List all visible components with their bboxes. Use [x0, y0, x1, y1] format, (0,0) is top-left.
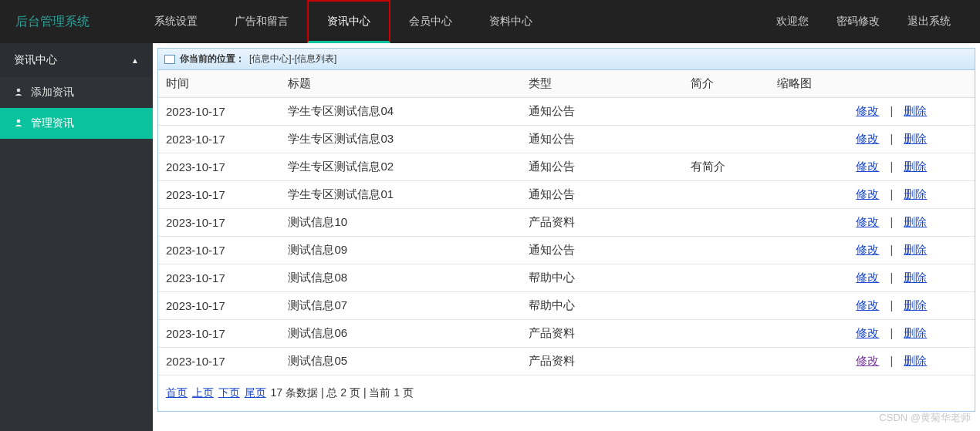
cell-type: 通知公告 [521, 153, 683, 181]
table-row: 2023-10-17测试信息10产品资料修改|删除 [158, 209, 975, 237]
cell-intro [683, 98, 769, 126]
table-row: 2023-10-17测试信息08帮助中心修改|删除 [158, 264, 975, 292]
page-prev[interactable]: 上页 [192, 386, 214, 399]
nav-item-1[interactable]: 广告和留言 [216, 0, 307, 43]
cell-intro [683, 292, 769, 320]
page-summary: 17 条数据 | 总 2 页 | 当前 1 页 [271, 386, 414, 399]
cell-actions: 修改|删除 [848, 348, 975, 375]
cell-actions: 修改|删除 [848, 320, 975, 348]
user-icon [14, 117, 25, 130]
cell-intro [683, 126, 769, 153]
page-first[interactable]: 首页 [166, 386, 188, 399]
breadcrumb-path: [信息中心]-[信息列表] [249, 52, 336, 66]
sidebar-header[interactable]: 资讯中心 ▲ [0, 43, 153, 77]
cell-thumb [769, 348, 848, 375]
cell-title: 学生专区测试信息01 [280, 181, 521, 209]
edit-link[interactable]: 修改 [856, 104, 879, 117]
col-intro: 简介 [683, 70, 769, 98]
user-icon [14, 86, 25, 99]
sidebar: 资讯中心 ▲ 添加资讯管理资讯 [0, 43, 153, 431]
breadcrumb: 你当前的位置： [信息中心]-[信息列表] [158, 49, 975, 70]
nav-item-4[interactable]: 资料中心 [471, 0, 551, 43]
table-row: 2023-10-17学生专区测试信息01通知公告修改|删除 [158, 181, 975, 209]
delete-link[interactable]: 删除 [904, 215, 927, 228]
cell-type: 通知公告 [521, 181, 683, 209]
pagination: 首页 上页 下页 尾页 17 条数据 | 总 2 页 | 当前 1 页 [158, 375, 975, 411]
cell-type: 通知公告 [521, 126, 683, 153]
chevron-up-icon: ▲ [131, 56, 139, 65]
nav-item-2[interactable]: 资讯中心 [307, 0, 390, 43]
edit-link[interactable]: 修改 [856, 243, 879, 256]
cell-time: 2023-10-17 [158, 264, 280, 292]
nav-item-3[interactable]: 会员中心 [390, 0, 471, 43]
cell-time: 2023-10-17 [158, 98, 280, 126]
cell-intro [683, 264, 769, 292]
svg-point-1 [17, 120, 21, 123]
table-row: 2023-10-17测试信息06产品资料修改|删除 [158, 320, 975, 348]
nav-right: 欢迎您密码修改退出系统 [762, 0, 965, 43]
delete-link[interactable]: 删除 [904, 326, 927, 339]
cell-time: 2023-10-17 [158, 320, 280, 348]
cell-intro [683, 237, 769, 264]
edit-link[interactable]: 修改 [856, 271, 879, 284]
cell-time: 2023-10-17 [158, 153, 280, 181]
action-sep: | [890, 160, 893, 173]
cell-title: 测试信息06 [280, 320, 521, 348]
cell-actions: 修改|删除 [848, 181, 975, 209]
delete-link[interactable]: 删除 [904, 354, 927, 367]
action-sep: | [890, 187, 893, 200]
cell-thumb [769, 264, 848, 292]
content: 你当前的位置： [信息中心]-[信息列表] 时间 标题 类型 简介 缩略图 20… [153, 43, 980, 431]
edit-link[interactable]: 修改 [856, 326, 879, 339]
table-row: 2023-10-17学生专区测试信息04通知公告修改|删除 [158, 98, 975, 126]
action-sep: | [890, 243, 893, 256]
panel: 你当前的位置： [信息中心]-[信息列表] 时间 标题 类型 简介 缩略图 20… [157, 48, 975, 412]
nav-right-item-0[interactable]: 欢迎您 [762, 0, 823, 43]
action-sep: | [890, 271, 893, 284]
action-sep: | [890, 215, 893, 228]
nav-right-item-1[interactable]: 密码修改 [823, 0, 894, 43]
table-row: 2023-10-17测试信息05产品资料修改|删除 [158, 348, 975, 375]
edit-link[interactable]: 修改 [856, 354, 879, 367]
cell-intro [683, 209, 769, 237]
delete-link[interactable]: 删除 [904, 243, 927, 256]
cell-time: 2023-10-17 [158, 348, 280, 375]
action-sep: | [890, 298, 893, 311]
table-header-row: 时间 标题 类型 简介 缩略图 [158, 70, 975, 98]
page-next[interactable]: 下页 [218, 386, 240, 399]
cell-time: 2023-10-17 [158, 126, 280, 153]
edit-link[interactable]: 修改 [856, 160, 879, 173]
nav-items: 系统设置广告和留言资讯中心会员中心资料中心 [136, 0, 551, 43]
delete-link[interactable]: 删除 [904, 104, 927, 117]
edit-link[interactable]: 修改 [856, 215, 879, 228]
cell-type: 帮助中心 [521, 264, 683, 292]
cell-thumb [769, 98, 848, 126]
delete-link[interactable]: 删除 [904, 187, 927, 200]
cell-actions: 修改|删除 [848, 126, 975, 153]
delete-link[interactable]: 删除 [904, 298, 927, 311]
cell-actions: 修改|删除 [848, 209, 975, 237]
cell-actions: 修改|删除 [848, 292, 975, 320]
cell-title: 测试信息09 [280, 237, 521, 264]
cell-time: 2023-10-17 [158, 181, 280, 209]
delete-link[interactable]: 删除 [904, 160, 927, 173]
edit-link[interactable]: 修改 [856, 132, 879, 145]
cell-intro [683, 348, 769, 375]
logo: 后台管理系统 [15, 14, 90, 30]
sidebar-item-1[interactable]: 管理资讯 [0, 108, 153, 139]
delete-link[interactable]: 删除 [904, 271, 927, 284]
action-sep: | [890, 326, 893, 339]
sidebar-item-0[interactable]: 添加资讯 [0, 77, 153, 108]
page-last[interactable]: 尾页 [245, 386, 266, 399]
edit-link[interactable]: 修改 [856, 298, 879, 311]
nav-right-item-2[interactable]: 退出系统 [894, 0, 965, 43]
action-sep: | [890, 132, 893, 145]
table-row: 2023-10-17测试信息09通知公告修改|删除 [158, 237, 975, 264]
main-wrap: 资讯中心 ▲ 添加资讯管理资讯 你当前的位置： [信息中心]-[信息列表] 时间… [0, 43, 980, 431]
edit-link[interactable]: 修改 [856, 187, 879, 200]
delete-link[interactable]: 删除 [904, 132, 927, 145]
sidebar-title: 资讯中心 [14, 53, 57, 67]
col-type: 类型 [521, 70, 683, 98]
nav-item-0[interactable]: 系统设置 [136, 0, 216, 43]
cell-title: 学生专区测试信息03 [280, 126, 521, 153]
